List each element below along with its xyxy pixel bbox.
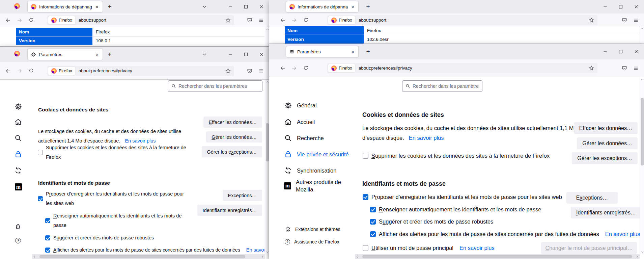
- scroll-right-icon[interactable]: [260, 254, 265, 259]
- menu-button[interactable]: [256, 66, 267, 76]
- menu-button[interactable]: [631, 15, 641, 25]
- tab-close-icon[interactable]: ×: [95, 52, 99, 57]
- maximize-button[interactable]: [238, 0, 254, 14]
- sidebar-icon-home[interactable]: [14, 118, 22, 126]
- checkbox[interactable]: [45, 248, 50, 253]
- manage-data-button[interactable]: Gérer les données…: [206, 131, 262, 143]
- tab-close-icon[interactable]: ×: [95, 4, 99, 10]
- exceptions-button[interactable]: Exceptions…: [223, 190, 262, 201]
- manage-exceptions-button[interactable]: Gérer les exceptions…: [202, 146, 262, 157]
- sidebar-item-more-products[interactable]: m Autres produits de Mozilla: [284, 178, 353, 193]
- sidebar-item-home[interactable]: Accueil: [284, 118, 315, 126]
- back-button[interactable]: [277, 63, 288, 73]
- tab-preferences[interactable]: Paramètres ×: [28, 49, 103, 60]
- pocket-icon[interactable]: [244, 15, 255, 25]
- scroll-left-icon[interactable]: [32, 254, 37, 259]
- forward-button[interactable]: [14, 66, 25, 76]
- pocket-icon[interactable]: [619, 63, 630, 73]
- scroll-left-icon[interactable]: [355, 254, 360, 259]
- tab-support[interactable]: Informations de dépannage ×: [28, 1, 103, 12]
- tab-list-chevron-icon[interactable]: [200, 2, 209, 11]
- checkbox[interactable]: [370, 207, 376, 212]
- reload-button[interactable]: [26, 66, 36, 76]
- new-tab-button[interactable]: +: [363, 2, 373, 12]
- sidebar-icon-privacy-lock[interactable]: [14, 150, 22, 158]
- menu-button[interactable]: [631, 63, 641, 73]
- forward-button[interactable]: [14, 15, 25, 25]
- minimize-button[interactable]: [597, 44, 613, 59]
- scrollbar-thumb[interactable]: [362, 255, 632, 258]
- identity-badge[interactable]: Firefox: [48, 67, 75, 75]
- menu-button[interactable]: [256, 15, 267, 25]
- titlebar[interactable]: Informations de dépannage × +: [0, 0, 269, 14]
- close-button[interactable]: [254, 47, 269, 62]
- back-button[interactable]: [277, 15, 288, 25]
- close-button[interactable]: [254, 0, 269, 14]
- learn-more-link[interactable]: En savoir plus: [246, 245, 264, 255]
- bookmark-star-icon[interactable]: [589, 66, 594, 71]
- checkbox[interactable]: [45, 218, 50, 223]
- bookmark-star-icon[interactable]: [589, 18, 594, 23]
- horizontal-scrollbar[interactable]: [32, 254, 265, 259]
- saved-logins-button[interactable]: Identifiants enregistrés…: [571, 207, 641, 218]
- url-bar[interactable]: Firefox about:support: [47, 15, 234, 25]
- sidebar-icon-mozilla[interactable]: m: [15, 183, 22, 190]
- forward-button[interactable]: [289, 63, 300, 73]
- reload-button[interactable]: [300, 63, 311, 73]
- sidebar-item-search[interactable]: Recherche: [284, 134, 324, 143]
- learn-more-link[interactable]: En savoir plus: [409, 135, 444, 141]
- scroll-down-icon[interactable]: [640, 250, 644, 254]
- sidebar-item-help[interactable]: ? Assistance de Firefox: [285, 237, 339, 246]
- sidebar-item-sync[interactable]: Synchronisation: [284, 166, 336, 175]
- sidebar-icon-extensions[interactable]: [15, 224, 22, 230]
- pocket-icon[interactable]: [619, 15, 630, 25]
- vertical-scrollbar[interactable]: [265, 80, 269, 254]
- bookmark-star-icon[interactable]: [225, 18, 231, 23]
- sidebar-icon-help[interactable]: ?: [15, 238, 21, 243]
- horizontal-scrollbar[interactable]: [355, 254, 640, 259]
- maximize-button[interactable]: [613, 44, 628, 59]
- clear-data-button[interactable]: Effacer les données…: [574, 122, 638, 134]
- tab-close-icon[interactable]: ×: [351, 4, 355, 10]
- settings-search-input[interactable]: [413, 83, 479, 89]
- minimize-button[interactable]: [223, 0, 238, 14]
- checkbox[interactable]: [370, 231, 376, 237]
- back-button[interactable]: [3, 15, 13, 25]
- reload-button[interactable]: [300, 15, 311, 25]
- learn-more-link[interactable]: En savoir plus: [459, 245, 495, 251]
- saved-logins-button[interactable]: Identifiants enregistrés…: [197, 205, 262, 216]
- scroll-right-icon[interactable]: [635, 254, 640, 259]
- scrollbar-thumb[interactable]: [266, 123, 269, 161]
- sidebar-item-extensions[interactable]: Extensions et thèmes: [285, 225, 340, 234]
- titlebar[interactable]: Paramètres × +: [269, 44, 644, 59]
- tab-list-chevron-icon[interactable]: [200, 50, 209, 59]
- new-tab-button[interactable]: +: [105, 49, 115, 59]
- sidebar-item-privacy[interactable]: Vie privée et sécurité: [284, 150, 349, 159]
- clear-data-button[interactable]: Effacer les données…: [203, 116, 262, 128]
- exceptions-button[interactable]: Exceptions…: [566, 192, 618, 204]
- sidebar-item-general[interactable]: Général: [284, 101, 317, 110]
- checkbox[interactable]: [363, 194, 368, 200]
- settings-search-input[interactable]: [178, 83, 259, 89]
- maximize-button[interactable]: [613, 0, 628, 14]
- scroll-up-icon[interactable]: [640, 77, 644, 82]
- checkbox[interactable]: [38, 196, 43, 201]
- sidebar-icon-general[interactable]: [14, 103, 22, 111]
- sidebar-icon-search[interactable]: [14, 134, 22, 142]
- titlebar[interactable]: Informations de dépannage × +: [269, 0, 644, 14]
- reload-button[interactable]: [26, 15, 36, 25]
- manage-exceptions-button[interactable]: Gérer les exceptions…: [572, 152, 638, 164]
- forward-button[interactable]: [289, 15, 300, 25]
- checkbox[interactable]: [363, 153, 368, 159]
- scrollbar-thumb[interactable]: [39, 255, 245, 258]
- checkbox[interactable]: [363, 245, 368, 251]
- sidebar-icon-sync[interactable]: [14, 166, 22, 175]
- scrollbar-thumb[interactable]: [641, 98, 644, 165]
- learn-more-link[interactable]: En savoir plus: [605, 231, 640, 237]
- identity-badge[interactable]: Firefox: [328, 64, 355, 72]
- tab-close-icon[interactable]: ×: [351, 49, 355, 55]
- vertical-scrollbar[interactable]: [640, 77, 644, 254]
- back-button[interactable]: [3, 66, 13, 76]
- url-bar[interactable]: Firefox about:preferences#privacy: [47, 66, 234, 76]
- maximize-button[interactable]: [238, 47, 254, 62]
